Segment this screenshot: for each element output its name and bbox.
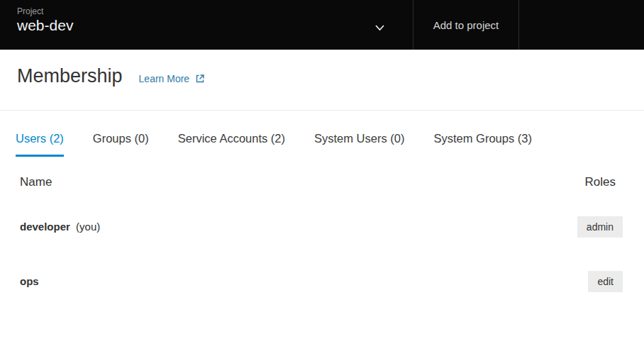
chevron-down-icon (375, 21, 384, 28)
role-badge: admin (577, 216, 623, 238)
table-row: developer (you) admin (20, 199, 623, 254)
member-name: ops (20, 275, 42, 287)
project-name: web-dev (17, 17, 413, 34)
member-you-suffix: (you) (76, 221, 100, 233)
topbar: Project web-dev Add to project (0, 0, 644, 50)
add-to-project-button[interactable]: Add to project (413, 0, 519, 50)
page-title: Membership (17, 50, 123, 87)
members-table: Name Roles developer (you) admin ops edi… (0, 157, 644, 308)
table-row: ops edit (20, 254, 623, 308)
tab-system-groups[interactable]: System Groups (3) (433, 132, 531, 157)
project-label: Project (17, 6, 413, 16)
tab-service-accounts[interactable]: Service Accounts (2) (178, 132, 285, 157)
learn-more-link[interactable]: Learn More (139, 73, 204, 84)
tab-users[interactable]: Users (2) (16, 132, 64, 157)
member-username: ops (20, 275, 39, 287)
member-name: developer (you) (20, 221, 100, 233)
page-header: Membership Learn More (0, 50, 644, 111)
role-badge: edit (588, 271, 623, 292)
project-selector[interactable]: Project web-dev (0, 0, 413, 50)
topbar-right-spacer (519, 0, 644, 50)
table-header-row: Name Roles (20, 157, 623, 199)
external-link-icon (196, 74, 204, 85)
column-header-name: Name (20, 175, 52, 189)
tab-groups[interactable]: Groups (0) (93, 132, 149, 157)
tab-system-users[interactable]: System Users (0) (314, 132, 404, 157)
column-header-roles: Roles (585, 175, 623, 189)
learn-more-label: Learn More (139, 73, 190, 84)
membership-tabs: Users (2) Groups (0) Service Accounts (2… (0, 111, 644, 157)
member-username: developer (20, 221, 70, 233)
